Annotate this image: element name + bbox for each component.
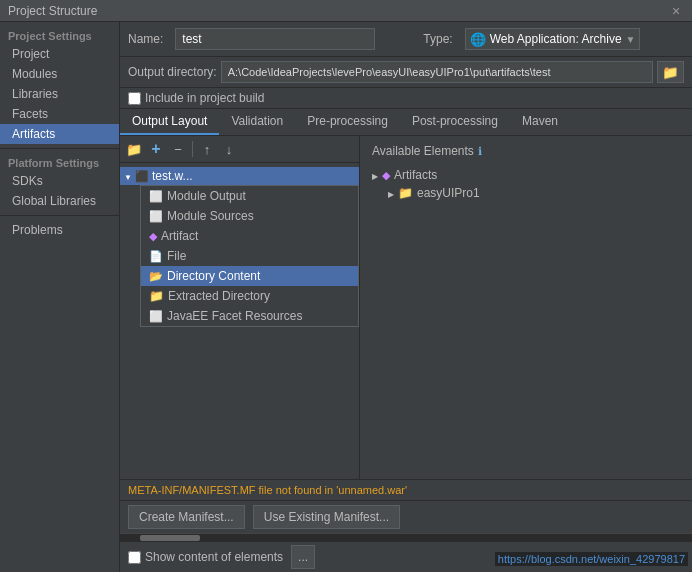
- dir-content-icon: 📂: [149, 270, 163, 283]
- extracted-dir-icon: 📁: [149, 289, 164, 303]
- tab-pre-processing[interactable]: Pre-processing: [295, 109, 400, 135]
- menu-directory-content-label: Directory Content: [167, 269, 260, 283]
- menu-file-label: File: [167, 249, 186, 263]
- status-text: META-INF/MANIFEST.MF file not found in '…: [128, 484, 407, 496]
- add-dropdown-menu: ⬜ Module Output ⬜ Module Sources ◆ Artif…: [140, 185, 359, 327]
- menu-module-output[interactable]: ⬜ Module Output: [141, 186, 358, 206]
- available-label: Available Elements: [372, 144, 474, 158]
- tab-post-processing[interactable]: Post-processing: [400, 109, 510, 135]
- menu-javaee-label: JavaEE Facet Resources: [167, 309, 302, 323]
- project-settings-section: Project Settings: [0, 26, 119, 44]
- module-sources-icon: ⬜: [149, 210, 163, 223]
- avail-easyuipro1-chevron: [388, 186, 394, 200]
- toolbar-remove-btn[interactable]: −: [168, 139, 188, 159]
- scroll-options-button[interactable]: ...: [291, 545, 315, 569]
- avail-artifacts-chevron: [372, 168, 378, 182]
- separator-1: [192, 141, 193, 157]
- toolbar-down-btn[interactable]: ↓: [219, 139, 239, 159]
- show-content-checkbox[interactable]: [128, 551, 141, 564]
- type-value: Web Application: Archive: [490, 32, 622, 46]
- web-app-icon: 🌐: [470, 32, 486, 47]
- menu-extracted-directory[interactable]: 📁 Extracted Directory: [141, 286, 358, 306]
- name-input[interactable]: [175, 28, 375, 50]
- available-tree: ◆ Artifacts 📁 easyUIPro1: [364, 162, 688, 475]
- file-icon: 📄: [149, 250, 163, 263]
- sidebar-divider-2: [0, 215, 119, 216]
- menu-extracted-directory-label: Extracted Directory: [168, 289, 270, 303]
- menu-module-output-label: Module Output: [167, 189, 246, 203]
- menu-file[interactable]: 📄 File: [141, 246, 358, 266]
- module-icon: ⬛: [135, 170, 149, 183]
- show-content-label: Show content of elements: [145, 550, 283, 564]
- tab-maven[interactable]: Maven: [510, 109, 570, 135]
- avail-artifacts-icon: ◆: [382, 169, 390, 182]
- use-existing-manifest-button[interactable]: Use Existing Manifest...: [253, 505, 400, 529]
- toolbar-folder-btn[interactable]: 📁: [124, 139, 144, 159]
- tree-root-label: test.w...: [152, 169, 193, 183]
- avail-easyuipro1-icon: 📁: [398, 186, 413, 200]
- action-buttons-row: Create Manifest... Use Existing Manifest…: [120, 500, 692, 533]
- sidebar-item-global-libraries[interactable]: Global Libraries: [0, 191, 119, 211]
- menu-directory-content[interactable]: 📂 Directory Content: [141, 266, 358, 286]
- right-panel: Available Elements ℹ ◆ Artifacts 📁 easyU…: [360, 136, 692, 479]
- sidebar-item-problems[interactable]: Problems: [0, 220, 119, 240]
- tab-validation[interactable]: Validation: [219, 109, 295, 135]
- menu-module-sources-label: Module Sources: [167, 209, 254, 223]
- create-manifest-button[interactable]: Create Manifest...: [128, 505, 245, 529]
- sidebar-item-modules[interactable]: Modules: [0, 64, 119, 84]
- sidebar-divider: [0, 148, 119, 149]
- tabs-row: Output Layout Validation Pre-processing …: [120, 109, 692, 136]
- layout-tree: ⬛ test.w... ⬜ Module Output ⬜ Module Sou…: [120, 163, 359, 479]
- menu-module-sources[interactable]: ⬜ Module Sources: [141, 206, 358, 226]
- type-dropdown-arrow: ▼: [626, 34, 636, 45]
- content-area: Name: Type: 🌐 Web Application: Archive ▼…: [120, 22, 692, 572]
- include-checkbox-row: Include in project build: [120, 88, 692, 109]
- sidebar-item-sdks[interactable]: SDKs: [0, 171, 119, 191]
- sidebar-item-project[interactable]: Project: [0, 44, 119, 64]
- toolbar-add-btn[interactable]: +: [146, 139, 166, 159]
- status-message: META-INF/MANIFEST.MF file not found in '…: [120, 479, 692, 500]
- menu-artifact[interactable]: ◆ Artifact: [141, 226, 358, 246]
- output-dir-label: Output directory:: [128, 65, 217, 79]
- avail-easyuipro1-label: easyUIPro1: [417, 186, 480, 200]
- tree-root-chevron: [124, 169, 132, 183]
- name-label: Name:: [128, 32, 163, 46]
- horizontal-scrollbar[interactable]: [120, 533, 692, 541]
- output-dir-input[interactable]: [221, 61, 653, 83]
- type-select[interactable]: 🌐 Web Application: Archive ▼: [465, 28, 641, 50]
- watermark: https://blog.csdn.net/weixin_42979817: [495, 552, 688, 566]
- artifact-icon: ◆: [149, 230, 157, 243]
- avail-artifacts[interactable]: ◆ Artifacts: [368, 166, 684, 184]
- tree-root-item[interactable]: ⬛ test.w...: [120, 167, 359, 185]
- sidebar: Project Settings Project Modules Librari…: [0, 22, 120, 572]
- title-bar: Project Structure ×: [0, 0, 692, 22]
- include-checkbox[interactable]: [128, 92, 141, 105]
- avail-easyuipro1[interactable]: 📁 easyUIPro1: [384, 184, 684, 202]
- module-output-icon: ⬜: [149, 190, 163, 203]
- browse-folder-button[interactable]: 📁: [657, 61, 684, 83]
- editor-toolbar: 📁 + − ↑ ↓: [120, 136, 359, 163]
- available-info-icon: ℹ: [478, 145, 482, 158]
- sidebar-item-facets[interactable]: Facets: [0, 104, 119, 124]
- sidebar-item-libraries[interactable]: Libraries: [0, 84, 119, 104]
- javaee-icon: ⬜: [149, 310, 163, 323]
- sidebar-item-artifacts[interactable]: Artifacts: [0, 124, 119, 144]
- menu-javaee-facet[interactable]: ⬜ JavaEE Facet Resources: [141, 306, 358, 326]
- name-type-row: Name: Type: 🌐 Web Application: Archive ▼: [120, 22, 692, 57]
- avail-artifacts-label: Artifacts: [394, 168, 437, 182]
- left-panel: 📁 + − ↑ ↓ ⬛ test.w...: [120, 136, 360, 479]
- platform-settings-section: Platform Settings: [0, 153, 119, 171]
- close-button[interactable]: ×: [668, 3, 684, 19]
- menu-artifact-label: Artifact: [161, 229, 198, 243]
- include-label: Include in project build: [145, 91, 264, 105]
- window-title: Project Structure: [8, 4, 97, 18]
- output-dir-row: Output directory: 📁: [120, 57, 692, 88]
- tab-output-layout[interactable]: Output Layout: [120, 109, 219, 135]
- editor-area: 📁 + − ↑ ↓ ⬛ test.w...: [120, 136, 692, 479]
- toolbar-up-btn[interactable]: ↑: [197, 139, 217, 159]
- available-header: Available Elements ℹ: [364, 140, 688, 162]
- type-label: Type:: [423, 32, 452, 46]
